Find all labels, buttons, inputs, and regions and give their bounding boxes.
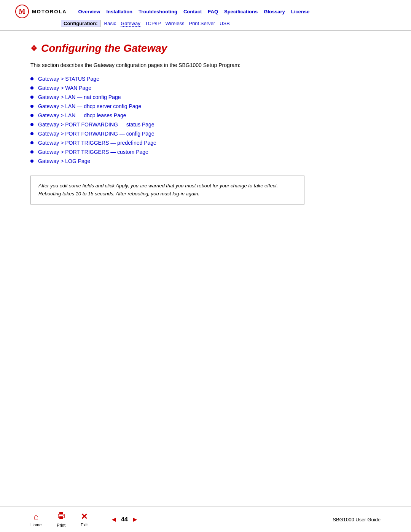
page-title: Configuring the Gateway <box>41 42 167 54</box>
link-port-forwarding-config-page[interactable]: Gateway > PORT FORWARDING — config Page <box>38 131 155 137</box>
page-number: 44 <box>121 516 128 523</box>
exit-label: Exit <box>81 522 88 527</box>
sub-nav: Configuration: Basic Gateway TCP/IP Wire… <box>15 20 396 27</box>
bullet-icon <box>30 123 33 126</box>
link-lan-nat-page[interactable]: Gateway > LAN — nat config Page <box>38 94 121 100</box>
next-page-button[interactable]: ► <box>132 516 139 524</box>
bullet-icon <box>30 132 33 135</box>
subnav-basic[interactable]: Basic <box>104 21 116 26</box>
home-icon: ⌂ <box>33 512 38 522</box>
link-port-forwarding-status-page[interactable]: Gateway > PORT FORWARDING — status Page <box>38 121 155 128</box>
svg-rect-2 <box>59 516 63 519</box>
bullet-icon <box>30 160 33 163</box>
nav-installation[interactable]: Installation <box>106 9 132 14</box>
motorola-logo: M <box>15 5 29 18</box>
home-label: Home <box>30 522 41 527</box>
svg-rect-1 <box>59 512 63 514</box>
list-item: Gateway > LAN — dhcp leases Page <box>30 112 381 118</box>
prev-page-button[interactable]: ◄ <box>110 516 117 524</box>
nav-specifications[interactable]: Specifications <box>224 9 258 14</box>
page-title-area: ❖ Configuring the Gateway <box>30 42 381 54</box>
print-button[interactable]: Print <box>57 511 65 527</box>
subnav-usb[interactable]: USB <box>220 21 230 26</box>
bullet-icon <box>30 96 33 99</box>
nav-troubleshooting[interactable]: Troubleshooting <box>139 9 177 14</box>
print-label: Print <box>57 523 65 527</box>
intro-text: This section describes the Gateway confi… <box>30 62 381 68</box>
guide-title: SBG1000 User Guide <box>333 517 381 522</box>
list-item: Gateway > PORT FORWARDING — status Page <box>30 121 381 128</box>
title-bullet-icon: ❖ <box>30 44 37 53</box>
bullet-icon <box>30 86 33 89</box>
bullet-icon <box>30 114 33 117</box>
motorola-wordmark: MOTOROLA <box>32 9 67 14</box>
config-label: Configuration: <box>61 20 100 27</box>
subnav-print-server[interactable]: Print Server <box>189 21 215 26</box>
footer: ⌂ Home Print ✕ Exit ◄ 44 ► SBG1000 User … <box>0 506 411 532</box>
main-nav: Overview Installation Troubleshooting Co… <box>78 9 310 14</box>
bullet-icon <box>30 105 33 108</box>
link-log-page[interactable]: Gateway > LOG Page <box>38 158 90 164</box>
print-icon <box>57 511 65 522</box>
gateway-links-list: Gateway > STATUS Page Gateway > WAN Page… <box>30 76 381 164</box>
main-content: ❖ Configuring the Gateway This section d… <box>0 31 411 235</box>
list-item: Gateway > LAN — dhcp server config Page <box>30 103 381 109</box>
subnav-gateway[interactable]: Gateway <box>121 21 140 27</box>
motorola-m-icon: M <box>19 8 25 16</box>
home-button[interactable]: ⌂ Home <box>30 512 41 527</box>
page-navigation: ◄ 44 ► <box>110 516 138 524</box>
nav-overview[interactable]: Overview <box>78 9 100 14</box>
nav-contact[interactable]: Contact <box>183 9 202 14</box>
bullet-icon <box>30 150 33 153</box>
link-port-triggers-custom-page[interactable]: Gateway > PORT TRIGGERS — custom Page <box>38 149 148 155</box>
list-item: Gateway > STATUS Page <box>30 76 381 82</box>
list-item: Gateway > LAN — nat config Page <box>30 94 381 100</box>
link-port-triggers-predefined-page[interactable]: Gateway > PORT TRIGGERS — predefined Pag… <box>38 140 156 146</box>
list-item: Gateway > PORT TRIGGERS — custom Page <box>30 149 381 155</box>
header: M MOTOROLA Overview Installation Trouble… <box>0 0 411 31</box>
nav-glossary[interactable]: Glossary <box>264 9 285 14</box>
note-text: After you edit some fields and click App… <box>38 182 296 198</box>
subnav-tcpip[interactable]: TCP/IP <box>145 21 161 26</box>
list-item: Gateway > PORT TRIGGERS — predefined Pag… <box>30 140 381 146</box>
exit-button[interactable]: ✕ Exit <box>81 512 88 527</box>
nav-faq[interactable]: FAQ <box>208 9 218 14</box>
bullet-icon <box>30 77 33 80</box>
list-item: Gateway > PORT FORWARDING — config Page <box>30 131 381 137</box>
link-status-page[interactable]: Gateway > STATUS Page <box>38 76 99 82</box>
link-lan-dhcp-leases-page[interactable]: Gateway > LAN — dhcp leases Page <box>38 112 126 118</box>
exit-icon: ✕ <box>81 512 88 522</box>
svg-point-3 <box>63 515 64 516</box>
link-lan-dhcp-server-page[interactable]: Gateway > LAN — dhcp server config Page <box>38 103 141 109</box>
nav-license[interactable]: License <box>291 9 309 14</box>
list-item: Gateway > LOG Page <box>30 158 381 164</box>
list-item: Gateway > WAN Page <box>30 85 381 91</box>
logo-area: M MOTOROLA <box>15 5 67 18</box>
bullet-icon <box>30 141 33 144</box>
note-box: After you edit some fields and click App… <box>30 176 304 204</box>
link-wan-page[interactable]: Gateway > WAN Page <box>38 85 91 91</box>
subnav-wireless[interactable]: Wireless <box>166 21 185 26</box>
